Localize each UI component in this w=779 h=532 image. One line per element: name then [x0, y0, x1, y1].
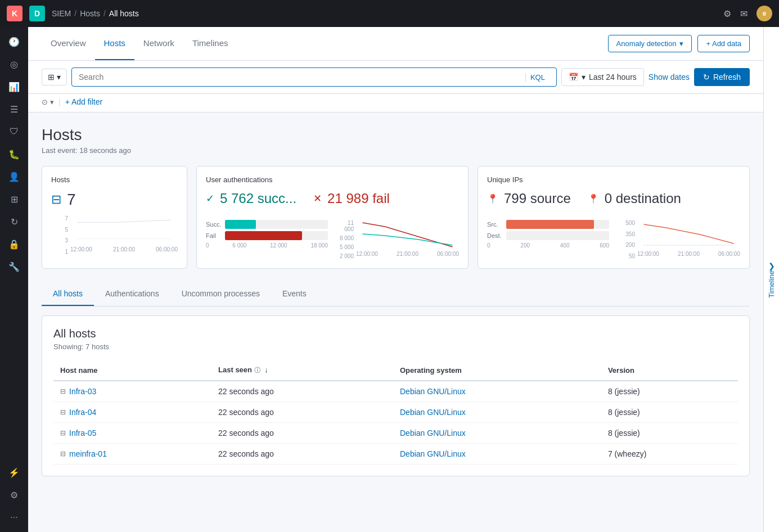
sub-tab-events[interactable]: Events — [271, 282, 318, 306]
host-icon: ⊟ — [60, 387, 66, 395]
auth-yaxis: 11 000 8 000 5 000 2 000 — [337, 220, 354, 259]
filter-options-button[interactable]: ⊙ ▾ — [42, 98, 54, 106]
sidebar-item-shield[interactable]: 🛡 — [4, 121, 24, 142]
y1: 1 — [51, 249, 68, 255]
sidebar-item-chart[interactable]: 📊 — [4, 76, 24, 97]
tab-list: Overview Hosts Network Timelines — [42, 27, 608, 60]
main-content: Overview Hosts Network Timelines Anomaly… — [28, 27, 763, 532]
sub-tab-uncommon-processes[interactable]: Uncommon processes — [170, 282, 271, 306]
filter-options-icon: ⊙ — [42, 98, 48, 106]
auth-x3: 06:00:00 — [437, 251, 459, 257]
table-row: ⊟ Infra-05 22 seconds ago Debian GNU/Lin… — [53, 423, 738, 444]
sidebar-item-list[interactable]: ☰ — [4, 99, 24, 119]
host-link-infra03[interactable]: ⊟ Infra-03 — [60, 387, 205, 396]
tab-hosts[interactable]: Hosts — [95, 27, 134, 60]
all-hosts-title: All hosts — [53, 327, 738, 340]
ip-bar-x1: 200 — [520, 242, 530, 249]
search-input[interactable] — [79, 73, 525, 82]
sub-tab-authentications[interactable]: Authentications — [94, 282, 170, 306]
sort-icon[interactable]: ↓ — [264, 366, 268, 374]
anomaly-detection-label: Anomaly detection — [616, 39, 677, 48]
source-pin-icon: 📍 — [487, 193, 498, 204]
version-cell: 8 (jessie) — [601, 402, 738, 423]
mail-icon[interactable]: ✉ — [740, 8, 748, 19]
app-icon[interactable]: D — [29, 6, 45, 21]
y50: 50 — [618, 253, 635, 259]
sidebar-item-refresh[interactable]: ↻ — [4, 211, 24, 232]
os-link[interactable]: Debian GNU/Linux — [400, 408, 466, 417]
breadcrumb-hosts[interactable]: Hosts — [80, 9, 100, 18]
user-avatar[interactable]: e — [757, 6, 772, 21]
refresh-button[interactable]: ↻ Refresh — [694, 68, 750, 86]
y8k: 8 000 — [337, 235, 354, 241]
sidebar-item-gear[interactable]: ⚙ — [4, 485, 24, 505]
sub-tabs: All hosts Authentications Uncommon proce… — [42, 282, 750, 306]
auth-bar-x0: 0 — [206, 242, 209, 249]
src-label: Src. — [487, 221, 503, 228]
table-header-row: Host name Last seen ⓘ ↓ Operating system… — [53, 360, 738, 381]
ip-bar-chart: Src. Dest. — [487, 220, 609, 259]
auth-fail-value: 21 989 fail — [327, 191, 390, 206]
host-link-infra05[interactable]: ⊟ Infra-05 — [60, 429, 205, 438]
last-seen-info-icon[interactable]: ⓘ — [254, 367, 260, 373]
filter-options-chevron: ▾ — [50, 98, 54, 106]
last-seen-cell: 22 seconds ago — [211, 402, 393, 423]
tab-network[interactable]: Network — [134, 27, 183, 60]
auth-bar-x3: 18 000 — [310, 242, 328, 249]
last-seen-cell: 22 seconds ago — [211, 381, 393, 402]
col-os: Operating system — [393, 360, 601, 381]
src-ip-value: 799 source — [504, 191, 571, 206]
filter-chevron-icon: ▾ — [57, 73, 61, 82]
version-cell: 8 (jessie) — [601, 381, 738, 402]
hosts-chart-body: 12:00:00 21:00:00 06:00:00 — [70, 215, 178, 255]
time-filter-button[interactable]: 📅 ▾ Last 24 hours — [561, 68, 644, 86]
ip-svg-chart — [637, 220, 740, 248]
last-event-text: Last event: 18 seconds ago — [42, 146, 750, 155]
os-link[interactable]: Debian GNU/Linux — [400, 429, 466, 438]
kql-badge[interactable]: KQL — [525, 73, 550, 82]
sidebar-item-user[interactable]: 👤 — [4, 166, 24, 187]
os-link[interactable]: Debian GNU/Linux — [400, 449, 466, 458]
filter-type-button[interactable]: ⊞ ▾ — [42, 69, 67, 85]
sidebar-item-bug[interactable]: 🐛 — [4, 144, 24, 164]
refresh-icon: ↻ — [703, 73, 710, 82]
dest-label: Dest. — [487, 232, 503, 239]
timeline-sidebar[interactable]: ❯ Timeline — [763, 27, 779, 532]
sidebar-item-clock[interactable]: 🕐 — [4, 31, 24, 52]
y3: 3 — [51, 237, 68, 244]
chevron-down-icon: ▾ — [679, 39, 683, 48]
hosts-x3: 06:00:00 — [156, 246, 178, 253]
page-header: Overview Hosts Network Timelines Anomaly… — [28, 27, 763, 61]
page-title: Hosts — [42, 126, 750, 144]
host-link-infra04[interactable]: ⊟ Infra-04 — [60, 408, 205, 417]
table-row: ⊟ Infra-03 22 seconds ago Debian GNU/Lin… — [53, 381, 738, 402]
add-data-button[interactable]: + Add data — [697, 35, 750, 52]
table-row: ⊟ meinfra-01 22 seconds ago Debian GNU/L… — [53, 444, 738, 465]
tab-timelines[interactable]: Timelines — [183, 27, 237, 60]
show-dates-link[interactable]: Show dates — [649, 73, 690, 82]
sidebar-item-stack[interactable]: ⊞ — [4, 189, 24, 209]
sidebar-item-lock[interactable]: 🔒 — [4, 234, 24, 254]
sidebar-item-compass[interactable]: ◎ — [4, 54, 24, 74]
unique-ips-card: Unique IPs 📍 799 source 📍 0 destination — [478, 166, 750, 269]
kibana-logo[interactable]: K — [7, 6, 22, 21]
ip-bar-x3: 600 — [600, 242, 609, 249]
sidebar-item-dots[interactable]: ··· — [4, 507, 24, 528]
tab-overview[interactable]: Overview — [42, 27, 95, 60]
hosts-card: Hosts ⊟ 7 7 5 3 1 — [42, 166, 187, 269]
os-cell: Debian GNU/Linux — [393, 444, 601, 465]
unique-ips-title: Unique IPs — [487, 175, 740, 184]
add-filter-link[interactable]: + Add filter — [65, 97, 103, 106]
host-link-meinfra01[interactable]: ⊟ meinfra-01 — [60, 449, 205, 458]
sidebar-item-wrench[interactable]: 🔧 — [4, 256, 24, 277]
sub-tab-all-hosts[interactable]: All hosts — [42, 282, 94, 306]
anomaly-detection-button[interactable]: Anomaly detection ▾ — [608, 35, 692, 52]
ip-line-chart: 500 350 200 50 — [618, 220, 740, 259]
os-link[interactable]: Debian GNU/Linux — [400, 387, 466, 396]
auth-fail-row: ✕ 21 989 fail — [313, 191, 390, 206]
gear-icon[interactable]: ⚙ — [723, 8, 731, 19]
breadcrumb-siem[interactable]: SIEM — [52, 9, 71, 18]
calendar-icon: 📅 — [569, 73, 578, 82]
sidebar-item-lightning[interactable]: ⚡ — [4, 462, 24, 483]
version-cell: 8 (jessie) — [601, 423, 738, 444]
